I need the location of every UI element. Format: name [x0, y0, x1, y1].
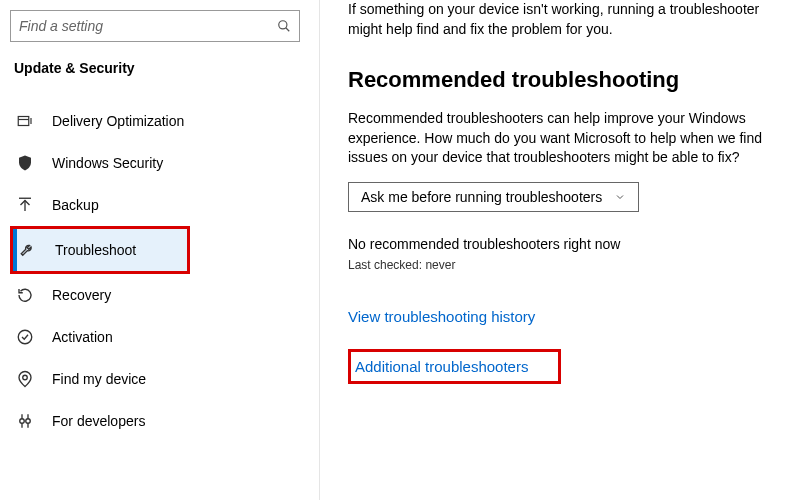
search-icon — [277, 19, 291, 33]
sidebar-item-label: Backup — [52, 197, 99, 213]
sidebar-item-backup[interactable]: Backup — [10, 184, 319, 226]
section-heading: Recommended troubleshooting — [348, 67, 780, 93]
svg-rect-2 — [18, 117, 29, 126]
backup-icon — [14, 194, 36, 216]
svg-point-8 — [23, 375, 28, 380]
main-content: If something on your device isn't workin… — [320, 0, 800, 500]
additional-troubleshooters-link[interactable]: Additional troubleshooters — [355, 358, 528, 375]
status-text: No recommended troubleshooters right now — [348, 236, 780, 252]
sidebar-item-label: Activation — [52, 329, 113, 345]
section-description: Recommended troubleshooters can help imp… — [348, 109, 780, 168]
sidebar-item-delivery-optimization[interactable]: Delivery Optimization — [10, 100, 319, 142]
activation-icon — [14, 326, 36, 348]
nav-list: Delivery Optimization Windows Security B… — [10, 100, 319, 442]
last-checked-text: Last checked: never — [348, 258, 780, 272]
sidebar-item-troubleshoot[interactable]: Troubleshoot — [13, 229, 187, 271]
dropdown-value: Ask me before running troubleshooters — [361, 189, 602, 205]
category-title: Update & Security — [10, 60, 319, 76]
shield-icon — [14, 152, 36, 174]
svg-point-7 — [18, 330, 32, 344]
search-box[interactable] — [10, 10, 300, 42]
intro-text: If something on your device isn't workin… — [348, 0, 780, 39]
sidebar-item-windows-security[interactable]: Windows Security — [10, 142, 319, 184]
highlight-additional-troubleshooters: Additional troubleshooters — [348, 349, 561, 384]
sidebar-item-for-developers[interactable]: For developers — [10, 400, 319, 442]
sidebar-item-label: Recovery — [52, 287, 111, 303]
developers-icon — [14, 410, 36, 432]
view-history-link[interactable]: View troubleshooting history — [348, 308, 535, 325]
location-icon — [14, 368, 36, 390]
search-input[interactable] — [19, 18, 277, 34]
sidebar-item-recovery[interactable]: Recovery — [10, 274, 319, 316]
sidebar-item-label: Delivery Optimization — [52, 113, 184, 129]
wrench-icon — [17, 239, 39, 261]
sidebar-item-activation[interactable]: Activation — [10, 316, 319, 358]
sidebar-item-label: For developers — [52, 413, 145, 429]
highlight-troubleshoot: Troubleshoot — [10, 226, 190, 274]
svg-point-12 — [26, 419, 31, 424]
sidebar-item-label: Windows Security — [52, 155, 163, 171]
sidebar-item-label: Find my device — [52, 371, 146, 387]
svg-point-11 — [20, 419, 25, 424]
recovery-icon — [14, 284, 36, 306]
sidebar: Update & Security Delivery Optimization … — [0, 0, 320, 500]
delivery-optimization-icon — [14, 110, 36, 132]
svg-line-1 — [286, 28, 290, 32]
svg-point-0 — [279, 21, 287, 29]
chevron-down-icon — [614, 191, 626, 203]
sidebar-item-label: Troubleshoot — [55, 242, 136, 258]
troubleshoot-preference-dropdown[interactable]: Ask me before running troubleshooters — [348, 182, 639, 212]
sidebar-item-find-my-device[interactable]: Find my device — [10, 358, 319, 400]
